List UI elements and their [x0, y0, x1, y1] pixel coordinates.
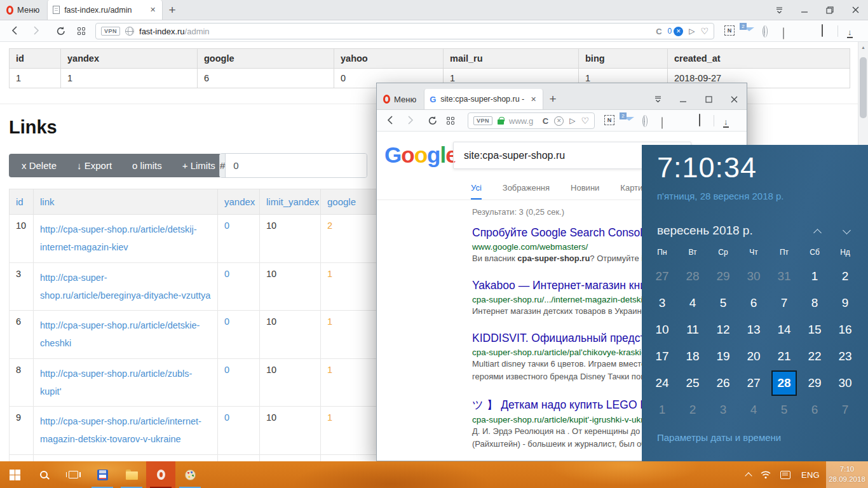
- tab-google-search[interactable]: G site:cpa-super-shop.ru - П ✕: [424, 89, 543, 109]
- tab-menu-icon[interactable]: [645, 89, 670, 109]
- back-button[interactable]: [387, 115, 393, 125]
- share-icon[interactable]: ▷: [569, 116, 575, 125]
- task-view-button[interactable]: [58, 461, 88, 488]
- calendar-day[interactable]: 31: [769, 263, 799, 290]
- calendar-day[interactable]: 6: [738, 290, 769, 316]
- bookmark-heart-icon[interactable]: ♡: [700, 26, 709, 36]
- calendar-day[interactable]: 30: [830, 370, 860, 396]
- extension-snapshot-icon[interactable]: N: [604, 115, 614, 125]
- calendar-day[interactable]: 11: [677, 316, 708, 343]
- extension-globe-icon[interactable]: [644, 116, 645, 127]
- taskbar-app-explorer[interactable]: [117, 461, 146, 488]
- tab-close-icon[interactable]: ✕: [529, 95, 538, 104]
- tab-all[interactable]: Усі: [471, 183, 482, 200]
- calendar-day[interactable]: 2: [830, 263, 860, 290]
- calendar-day[interactable]: 7: [769, 290, 799, 316]
- delete-button[interactable]: x Delete: [11, 154, 67, 177]
- calendar-day[interactable]: 1: [799, 263, 830, 290]
- calendar-day[interactable]: 5: [708, 290, 738, 316]
- limits-button[interactable]: + Limits: [172, 154, 226, 177]
- calendar-day[interactable]: 21: [769, 343, 799, 370]
- tab-fast-index[interactable]: fast-index.ru/admin ✕: [47, 0, 163, 20]
- forward-button[interactable]: [407, 115, 414, 125]
- tab-menu-icon[interactable]: [766, 0, 792, 20]
- calendar-day[interactable]: 28: [677, 263, 708, 290]
- article-link[interactable]: http://cpa-super-shop.ru/article/interne…: [40, 416, 201, 444]
- vpn-badge[interactable]: VPN: [473, 116, 492, 125]
- trash-icon[interactable]: [699, 115, 700, 126]
- calendar-day-selected[interactable]: 28: [769, 370, 799, 396]
- vpn-badge[interactable]: VPN: [101, 27, 120, 36]
- calendar-day[interactable]: 26: [708, 370, 738, 396]
- calendar-day[interactable]: 7: [830, 396, 860, 423]
- calendar-day[interactable]: 20: [738, 343, 769, 370]
- close-button[interactable]: [843, 0, 868, 20]
- wifi-icon[interactable]: [756, 461, 776, 488]
- start-button[interactable]: [0, 461, 29, 488]
- close-button[interactable]: [721, 89, 747, 109]
- maximize-button[interactable]: [696, 89, 721, 109]
- tab-close-icon[interactable]: ✕: [149, 6, 157, 14]
- date-time-settings-link[interactable]: Параметры даты и времени: [657, 432, 781, 443]
- tab-maps[interactable]: Карти: [620, 183, 642, 200]
- calendar-day[interactable]: 16: [830, 316, 860, 343]
- downloads-icon[interactable]: ↓: [723, 116, 729, 127]
- calendar-day[interactable]: 3: [708, 396, 738, 423]
- calendar-day[interactable]: 5: [769, 396, 799, 423]
- minimize-button[interactable]: [670, 89, 696, 109]
- restore-button[interactable]: [817, 0, 843, 20]
- new-tab-button[interactable]: +: [163, 0, 182, 20]
- calendar-day[interactable]: 17: [647, 343, 677, 370]
- number-input[interactable]: [226, 154, 367, 177]
- trash-icon[interactable]: [822, 25, 823, 37]
- sort-limit-yandex[interactable]: limit_yandex: [260, 189, 321, 215]
- sort-id[interactable]: id: [10, 189, 34, 215]
- calendar-day[interactable]: 3: [647, 290, 677, 316]
- article-link[interactable]: http://cpa-super-shop.ru/article/beregin…: [40, 273, 210, 301]
- article-link[interactable]: http://cpa-super-shop.ru/article/detskij…: [40, 224, 197, 252]
- reload-button[interactable]: [428, 116, 438, 126]
- adblock-badge[interactable]: 0✕: [668, 27, 684, 36]
- blocker-off-icon[interactable]: ✕: [554, 116, 564, 126]
- calendar-day[interactable]: 4: [738, 396, 769, 423]
- taskbar-app-floppy[interactable]: [88, 461, 117, 488]
- scroll-up-arrow[interactable]: ▲: [858, 42, 868, 52]
- tab-images[interactable]: Зображення: [503, 183, 550, 200]
- calendar-day[interactable]: 8: [799, 290, 830, 316]
- language-indicator[interactable]: ENG: [795, 461, 826, 488]
- calendar-day[interactable]: 27: [647, 263, 677, 290]
- taskbar-search-button[interactable]: [29, 461, 58, 488]
- new-tab-button[interactable]: +: [543, 89, 562, 109]
- calendar-day[interactable]: 9: [830, 290, 860, 316]
- opera-menu-button[interactable]: Меню: [377, 89, 424, 109]
- turbo-icon[interactable]: C: [543, 116, 548, 126]
- back-button[interactable]: [11, 25, 18, 36]
- calendar-day[interactable]: 19: [708, 343, 738, 370]
- calendar-day[interactable]: 13: [738, 316, 769, 343]
- tab-news[interactable]: Новини: [571, 183, 599, 200]
- calendar-day[interactable]: 30: [738, 263, 769, 290]
- calendar-prev-icon[interactable]: [813, 229, 822, 237]
- taskbar-app-opera[interactable]: [146, 461, 175, 488]
- taskbar-clock[interactable]: 7:10 28.09.2018: [826, 461, 868, 488]
- google-logo[interactable]: Google: [384, 142, 458, 168]
- extension-globe-icon[interactable]: [764, 26, 765, 37]
- calendar-day[interactable]: 27: [738, 370, 769, 396]
- calendar-day[interactable]: 22: [799, 343, 830, 370]
- share-icon[interactable]: ▷: [689, 27, 695, 36]
- tray-expand-icon[interactable]: [742, 461, 756, 488]
- calendar-day[interactable]: 15: [799, 316, 830, 343]
- calendar-day[interactable]: 4: [677, 290, 708, 316]
- speed-dial-icon[interactable]: [78, 27, 85, 35]
- calendar-day[interactable]: 1: [647, 396, 677, 423]
- calendar-day[interactable]: 29: [799, 370, 830, 396]
- calendar-day[interactable]: 23: [830, 343, 860, 370]
- forward-button[interactable]: [33, 25, 39, 36]
- extension-snapshot-icon[interactable]: N: [724, 25, 735, 36]
- bookmark-heart-icon[interactable]: ♡: [581, 116, 589, 126]
- limits-lower-button[interactable]: o limits: [122, 154, 172, 177]
- sort-link[interactable]: link: [34, 189, 218, 215]
- minimize-button[interactable]: [792, 0, 817, 20]
- speed-dial-icon[interactable]: [447, 117, 454, 125]
- article-link[interactable]: http://cpa-super-shop.ru/article/zubls-k…: [40, 369, 192, 396]
